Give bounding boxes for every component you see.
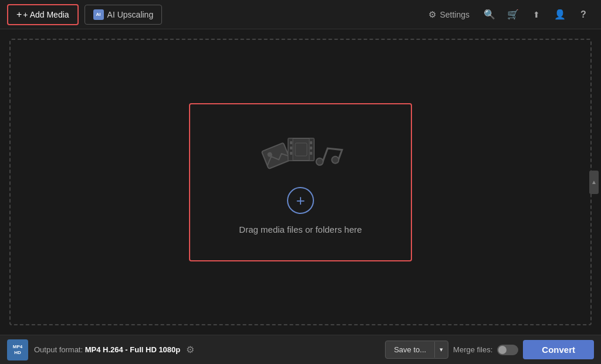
- merge-files-label: Merge files:: [453, 345, 492, 354]
- user-icon: 👤: [554, 9, 566, 20]
- header-left: + + Add Media AI AI Upscaling: [7, 4, 162, 25]
- settings-label: Settings: [440, 10, 470, 19]
- cart-icon: 🛒: [507, 9, 519, 20]
- output-format-prefix: Output format:: [34, 345, 85, 354]
- sliders-icon: ⚙: [428, 9, 436, 20]
- output-format-text: Output format: MP4 H.264 - Full HD 1080p: [34, 345, 180, 354]
- help-button[interactable]: ?: [573, 4, 594, 25]
- convert-button[interactable]: Convert: [523, 340, 594, 359]
- footer-right: Save to... ▾ Merge files: Convert: [385, 340, 594, 359]
- svg-point-13: [331, 155, 340, 164]
- media-icons-cluster: [262, 130, 339, 176]
- cart-button[interactable]: 🛒: [502, 4, 524, 25]
- drop-zone[interactable]: + Drag media files or folders here: [189, 103, 412, 261]
- output-settings-gear-icon[interactable]: ⚙: [186, 344, 194, 355]
- save-to-dropdown-arrow[interactable]: ▾: [434, 342, 448, 358]
- drop-outer: + Drag media files or folders here: [9, 39, 592, 325]
- plus-symbol: +: [296, 193, 305, 208]
- save-to-button[interactable]: Save to... ▾: [385, 341, 448, 359]
- add-media-label: + Add Media: [23, 10, 69, 19]
- footer-left: MP4 HD Output format: MP4 H.264 - Full H…: [7, 339, 194, 360]
- save-to-label[interactable]: Save to...: [386, 341, 434, 358]
- drag-text: Drag media files or folders here: [239, 224, 362, 234]
- share-icon: ⬆: [533, 10, 540, 19]
- footer: MP4 HD Output format: MP4 H.264 - Full H…: [0, 335, 601, 364]
- svg-rect-5: [290, 141, 292, 144]
- output-format-value: MP4 H.264 - Full HD 1080p: [85, 345, 181, 354]
- film-icon: [285, 134, 318, 174]
- share-button[interactable]: ⬆: [526, 4, 547, 25]
- search-button[interactable]: 🔍: [479, 4, 500, 25]
- add-media-button[interactable]: + + Add Media: [7, 4, 79, 25]
- settings-button[interactable]: ⚙ Settings: [421, 5, 477, 24]
- help-icon: ?: [580, 9, 586, 20]
- scroll-indicator[interactable]: ▲: [589, 171, 599, 194]
- svg-rect-11: [295, 143, 307, 156]
- plus-icon: +: [16, 9, 22, 20]
- svg-rect-6: [290, 147, 292, 149]
- ai-upscaling-button[interactable]: AI AI Upscaling: [85, 5, 163, 25]
- svg-rect-9: [310, 147, 312, 149]
- format-badge-line2: HD: [14, 350, 21, 356]
- search-icon: 🔍: [484, 9, 495, 20]
- user-button[interactable]: 👤: [549, 4, 570, 25]
- merge-files-toggle[interactable]: [497, 345, 518, 355]
- add-files-circle[interactable]: +: [287, 187, 314, 214]
- header: + + Add Media AI AI Upscaling ⚙ Settings…: [0, 0, 601, 29]
- ai-logo-icon: AI: [93, 9, 104, 20]
- main-area: + Drag media files or folders here ▲: [0, 29, 601, 335]
- svg-rect-10: [310, 152, 312, 155]
- svg-rect-7: [290, 152, 292, 155]
- svg-rect-8: [310, 141, 312, 144]
- header-right: ⚙ Settings 🔍 🛒 ⬆ 👤 ?: [421, 4, 594, 25]
- format-badge: MP4 HD: [7, 339, 28, 360]
- scroll-up-icon: ▲: [591, 179, 597, 185]
- format-badge-line1: MP4: [13, 344, 22, 350]
- ai-upscaling-label: AI Upscaling: [107, 10, 154, 19]
